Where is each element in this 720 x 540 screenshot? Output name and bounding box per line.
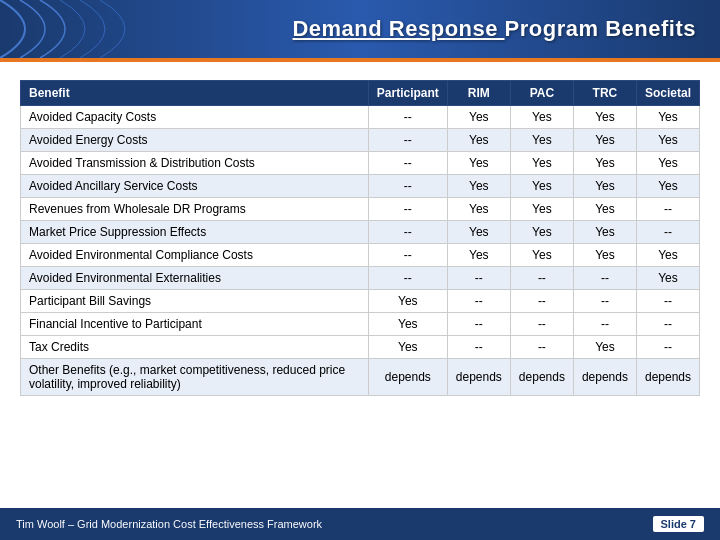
table-cell-11-1: depends	[368, 359, 447, 396]
table-cell-10-5: --	[636, 336, 699, 359]
table-cell-11-4: depends	[573, 359, 636, 396]
table-cell-3-0: Avoided Ancillary Service Costs	[21, 175, 369, 198]
col-header-rim: RIM	[447, 81, 510, 106]
table-cell-8-1: Yes	[368, 290, 447, 313]
table-row: Tax CreditsYes----Yes--	[21, 336, 700, 359]
table-cell-10-0: Tax Credits	[21, 336, 369, 359]
table-cell-10-2: --	[447, 336, 510, 359]
table-cell-6-2: Yes	[447, 244, 510, 267]
table-cell-4-2: Yes	[447, 198, 510, 221]
table-cell-8-5: --	[636, 290, 699, 313]
page-header: Demand Response Program Benefits	[0, 0, 720, 58]
table-cell-5-4: Yes	[573, 221, 636, 244]
title-rest: Program Benefits	[505, 16, 696, 41]
table-cell-9-0: Financial Incentive to Participant	[21, 313, 369, 336]
table-cell-7-3: --	[510, 267, 573, 290]
table-cell-1-1: --	[368, 129, 447, 152]
table-cell-1-4: Yes	[573, 129, 636, 152]
table-cell-0-5: Yes	[636, 106, 699, 129]
table-row: Avoided Capacity Costs--YesYesYesYes	[21, 106, 700, 129]
table-cell-7-5: Yes	[636, 267, 699, 290]
table-cell-11-2: depends	[447, 359, 510, 396]
table-cell-8-4: --	[573, 290, 636, 313]
table-cell-1-3: Yes	[510, 129, 573, 152]
table-row: Market Price Suppression Effects--YesYes…	[21, 221, 700, 244]
table-cell-9-4: --	[573, 313, 636, 336]
table-cell-3-4: Yes	[573, 175, 636, 198]
col-header-benefit: Benefit	[21, 81, 369, 106]
table-cell-2-4: Yes	[573, 152, 636, 175]
table-cell-5-2: Yes	[447, 221, 510, 244]
table-cell-3-5: Yes	[636, 175, 699, 198]
table-cell-4-0: Revenues from Wholesale DR Programs	[21, 198, 369, 221]
table-cell-10-1: Yes	[368, 336, 447, 359]
table-cell-11-3: depends	[510, 359, 573, 396]
table-row: Avoided Environmental Compliance Costs--…	[21, 244, 700, 267]
table-row: Avoided Environmental Externalities-----…	[21, 267, 700, 290]
table-row: Other Benefits (e.g., market competitive…	[21, 359, 700, 396]
table-header-row: Benefit Participant RIM PAC TRC Societal	[21, 81, 700, 106]
col-header-pac: PAC	[510, 81, 573, 106]
table-cell-0-4: Yes	[573, 106, 636, 129]
table-cell-5-3: Yes	[510, 221, 573, 244]
table-cell-2-2: Yes	[447, 152, 510, 175]
table-cell-0-1: --	[368, 106, 447, 129]
col-header-trc: TRC	[573, 81, 636, 106]
table-cell-7-0: Avoided Environmental Externalities	[21, 267, 369, 290]
table-cell-6-0: Avoided Environmental Compliance Costs	[21, 244, 369, 267]
table-row: Revenues from Wholesale DR Programs--Yes…	[21, 198, 700, 221]
table-cell-8-3: --	[510, 290, 573, 313]
table-cell-9-1: Yes	[368, 313, 447, 336]
table-cell-9-5: --	[636, 313, 699, 336]
table-cell-6-4: Yes	[573, 244, 636, 267]
table-cell-1-0: Avoided Energy Costs	[21, 129, 369, 152]
table-cell-11-5: depends	[636, 359, 699, 396]
table-cell-5-5: --	[636, 221, 699, 244]
table-cell-9-2: --	[447, 313, 510, 336]
table-cell-5-1: --	[368, 221, 447, 244]
table-cell-1-5: Yes	[636, 129, 699, 152]
table-cell-2-5: Yes	[636, 152, 699, 175]
table-cell-2-1: --	[368, 152, 447, 175]
table-cell-3-1: --	[368, 175, 447, 198]
table-cell-7-4: --	[573, 267, 636, 290]
title-underline: Demand Response	[292, 16, 504, 41]
table-cell-6-3: Yes	[510, 244, 573, 267]
col-header-societal: Societal	[636, 81, 699, 106]
table-cell-7-1: --	[368, 267, 447, 290]
page-title: Demand Response Program Benefits	[292, 16, 696, 42]
table-cell-6-1: --	[368, 244, 447, 267]
slide-number: Slide 7	[653, 516, 704, 532]
table-cell-3-2: Yes	[447, 175, 510, 198]
main-content: Benefit Participant RIM PAC TRC Societal…	[0, 62, 720, 408]
table-cell-10-3: --	[510, 336, 573, 359]
table-cell-4-5: --	[636, 198, 699, 221]
table-cell-2-3: Yes	[510, 152, 573, 175]
table-cell-8-2: --	[447, 290, 510, 313]
page-footer: Tim Woolf – Grid Modernization Cost Effe…	[0, 508, 720, 540]
table-row: Participant Bill SavingsYes--------	[21, 290, 700, 313]
table-row: Financial Incentive to ParticipantYes---…	[21, 313, 700, 336]
table-row: Avoided Transmission & Distribution Cost…	[21, 152, 700, 175]
benefits-table: Benefit Participant RIM PAC TRC Societal…	[20, 80, 700, 396]
table-cell-10-4: Yes	[573, 336, 636, 359]
table-cell-8-0: Participant Bill Savings	[21, 290, 369, 313]
table-cell-2-0: Avoided Transmission & Distribution Cost…	[21, 152, 369, 175]
table-cell-0-0: Avoided Capacity Costs	[21, 106, 369, 129]
table-cell-11-0: Other Benefits (e.g., market competitive…	[21, 359, 369, 396]
table-cell-1-2: Yes	[447, 129, 510, 152]
col-header-participant: Participant	[368, 81, 447, 106]
table-row: Avoided Ancillary Service Costs--YesYesY…	[21, 175, 700, 198]
table-cell-0-3: Yes	[510, 106, 573, 129]
table-cell-0-2: Yes	[447, 106, 510, 129]
table-cell-5-0: Market Price Suppression Effects	[21, 221, 369, 244]
table-cell-7-2: --	[447, 267, 510, 290]
table-cell-6-5: Yes	[636, 244, 699, 267]
footer-attribution: Tim Woolf – Grid Modernization Cost Effe…	[16, 518, 322, 530]
table-cell-4-3: Yes	[510, 198, 573, 221]
table-cell-4-1: --	[368, 198, 447, 221]
table-cell-9-3: --	[510, 313, 573, 336]
table-row: Avoided Energy Costs--YesYesYesYes	[21, 129, 700, 152]
table-cell-4-4: Yes	[573, 198, 636, 221]
table-cell-3-3: Yes	[510, 175, 573, 198]
